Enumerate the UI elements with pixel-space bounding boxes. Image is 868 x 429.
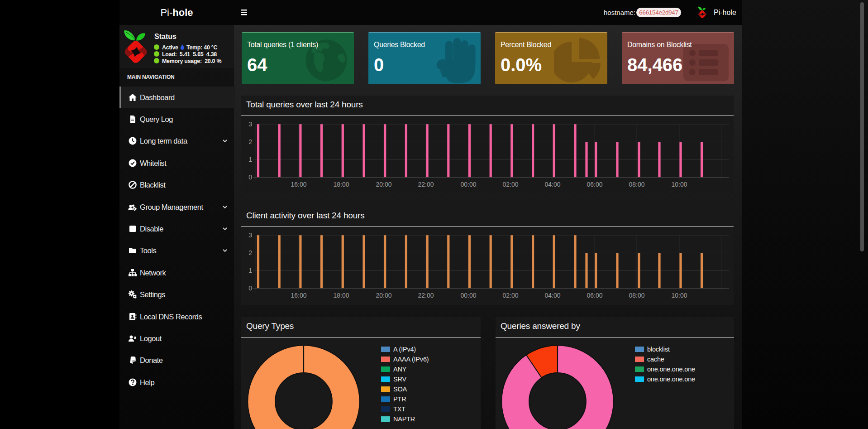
svg-text:06:00: 06:00 — [587, 181, 602, 188]
svg-text:04:00: 04:00 — [544, 292, 560, 299]
svg-text:16:00: 16:00 — [291, 181, 306, 188]
svg-text:3: 3 — [248, 231, 252, 239]
svg-text:08:00: 08:00 — [629, 181, 644, 188]
svg-text:1: 1 — [248, 156, 252, 163]
svg-text:02:00: 02:00 — [502, 181, 518, 188]
svg-text:1: 1 — [248, 267, 252, 274]
svg-text:04:00: 04:00 — [544, 181, 560, 188]
svg-text:20:00: 20:00 — [376, 292, 391, 299]
svg-text:3: 3 — [248, 121, 252, 128]
svg-text:18:00: 18:00 — [333, 292, 349, 299]
svg-text:10:00: 10:00 — [671, 292, 687, 299]
svg-text:00:00: 00:00 — [460, 292, 476, 299]
svg-text:20:00: 20:00 — [376, 181, 391, 188]
svg-text:06:00: 06:00 — [587, 292, 602, 299]
svg-text:22:00: 22:00 — [418, 181, 434, 188]
svg-text:08:00: 08:00 — [629, 292, 644, 299]
svg-text:00:00: 00:00 — [460, 181, 476, 188]
svg-text:16:00: 16:00 — [291, 292, 306, 299]
svg-text:02:00: 02:00 — [502, 292, 518, 299]
svg-text:0: 0 — [248, 174, 252, 181]
svg-text:22:00: 22:00 — [418, 292, 434, 299]
svg-text:0: 0 — [248, 284, 252, 292]
svg-text:2: 2 — [248, 249, 252, 256]
svg-text:2: 2 — [248, 138, 252, 145]
svg-text:10:00: 10:00 — [671, 181, 687, 188]
svg-text:18:00: 18:00 — [333, 181, 349, 188]
